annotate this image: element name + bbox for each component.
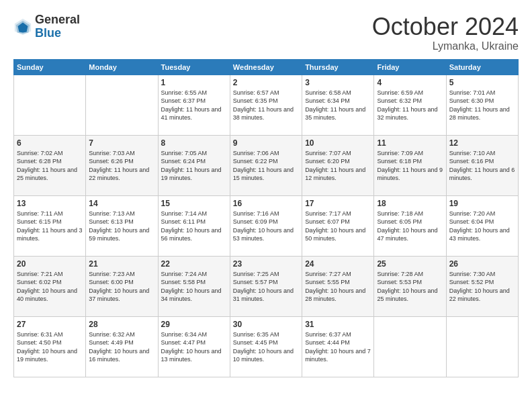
day-info: Sunrise: 7:27 AM Sunset: 5:55 PM Dayligh… — [305, 270, 371, 304]
day-info: Sunrise: 6:37 AM Sunset: 4:44 PM Dayligh… — [305, 330, 371, 364]
day-info: Sunrise: 6:31 AM Sunset: 4:50 PM Dayligh… — [17, 330, 83, 364]
calendar-cell: 3Sunrise: 6:58 AM Sunset: 6:34 PM Daylig… — [302, 75, 374, 135]
calendar-cell: 6Sunrise: 7:02 AM Sunset: 6:28 PM Daylig… — [14, 135, 86, 195]
day-number: 7 — [89, 138, 154, 148]
calendar-cell — [14, 75, 86, 135]
day-number: 28 — [89, 320, 154, 329]
day-info: Sunrise: 6:59 AM Sunset: 6:32 PM Dayligh… — [377, 89, 443, 122]
column-header-thursday: Thursday — [302, 59, 374, 75]
day-info: Sunrise: 7:05 AM Sunset: 6:24 PM Dayligh… — [161, 149, 227, 183]
calendar-cell: 23Sunrise: 7:25 AM Sunset: 5:57 PM Dayli… — [230, 256, 302, 316]
calendar-cell: 11Sunrise: 7:09 AM Sunset: 6:18 PM Dayli… — [374, 135, 446, 195]
day-info: Sunrise: 7:21 AM Sunset: 6:02 PM Dayligh… — [17, 270, 83, 304]
week-row-1: 1Sunrise: 6:55 AM Sunset: 6:37 PM Daylig… — [14, 75, 519, 135]
calendar-cell: 30Sunrise: 6:35 AM Sunset: 4:45 PM Dayli… — [230, 316, 302, 377]
calendar-cell: 21Sunrise: 7:23 AM Sunset: 6:00 PM Dayli… — [86, 256, 158, 316]
day-number: 12 — [449, 138, 515, 148]
day-info: Sunrise: 7:14 AM Sunset: 6:11 PM Dayligh… — [161, 210, 227, 243]
page-header: General Blue October 2024 Lymanka, Ukrai… — [13, 13, 519, 52]
calendar-cell: 5Sunrise: 7:01 AM Sunset: 6:30 PM Daylig… — [446, 75, 518, 135]
calendar-cell: 25Sunrise: 7:28 AM Sunset: 5:53 PM Dayli… — [374, 256, 446, 316]
day-info: Sunrise: 6:55 AM Sunset: 6:37 PM Dayligh… — [161, 89, 227, 122]
day-number: 18 — [377, 199, 443, 208]
day-number: 21 — [89, 259, 154, 269]
column-header-friday: Friday — [374, 59, 446, 75]
day-info: Sunrise: 7:09 AM Sunset: 6:18 PM Dayligh… — [377, 149, 443, 183]
day-info: Sunrise: 7:24 AM Sunset: 5:58 PM Dayligh… — [161, 270, 227, 304]
calendar-cell: 4Sunrise: 6:59 AM Sunset: 6:32 PM Daylig… — [374, 75, 446, 135]
day-number: 4 — [377, 78, 443, 87]
day-info: Sunrise: 7:20 AM Sunset: 6:04 PM Dayligh… — [449, 210, 515, 243]
column-header-tuesday: Tuesday — [158, 59, 230, 75]
day-number: 5 — [449, 78, 515, 87]
day-number: 3 — [305, 78, 371, 87]
day-number: 9 — [233, 138, 299, 148]
calendar-cell: 1Sunrise: 6:55 AM Sunset: 6:37 PM Daylig… — [158, 75, 230, 135]
column-header-wednesday: Wednesday — [230, 59, 302, 75]
calendar-cell: 22Sunrise: 7:24 AM Sunset: 5:58 PM Dayli… — [158, 256, 230, 316]
calendar-cell: 17Sunrise: 7:17 AM Sunset: 6:07 PM Dayli… — [302, 195, 374, 256]
column-header-monday: Monday — [86, 59, 158, 75]
week-row-2: 6Sunrise: 7:02 AM Sunset: 6:28 PM Daylig… — [14, 135, 519, 195]
day-info: Sunrise: 7:03 AM Sunset: 6:26 PM Dayligh… — [89, 149, 154, 183]
calendar-cell: 12Sunrise: 7:10 AM Sunset: 6:16 PM Dayli… — [446, 135, 518, 195]
day-number: 6 — [17, 138, 83, 148]
day-number: 29 — [161, 320, 227, 329]
day-info: Sunrise: 6:34 AM Sunset: 4:47 PM Dayligh… — [161, 330, 227, 364]
location-text: Lymanka, Ukraine — [372, 40, 519, 52]
day-info: Sunrise: 7:25 AM Sunset: 5:57 PM Dayligh… — [233, 270, 299, 304]
day-number: 24 — [305, 259, 371, 269]
week-row-5: 27Sunrise: 6:31 AM Sunset: 4:50 PM Dayli… — [14, 316, 519, 377]
day-number: 10 — [305, 138, 371, 148]
logo: General Blue — [13, 13, 80, 40]
calendar-cell: 15Sunrise: 7:14 AM Sunset: 6:11 PM Dayli… — [158, 195, 230, 256]
calendar-cell: 20Sunrise: 7:21 AM Sunset: 6:02 PM Dayli… — [14, 256, 86, 316]
logo-general-text: General — [35, 13, 80, 27]
calendar-cell — [374, 316, 446, 377]
day-number: 8 — [161, 138, 227, 148]
logo-icon — [13, 17, 32, 36]
day-info: Sunrise: 7:10 AM Sunset: 6:16 PM Dayligh… — [449, 149, 515, 183]
day-number: 23 — [233, 259, 299, 269]
calendar-cell: 13Sunrise: 7:11 AM Sunset: 6:15 PM Dayli… — [14, 195, 86, 256]
week-row-4: 20Sunrise: 7:21 AM Sunset: 6:02 PM Dayli… — [14, 256, 519, 316]
calendar-cell — [86, 75, 158, 135]
day-number: 1 — [161, 78, 227, 87]
calendar-cell: 27Sunrise: 6:31 AM Sunset: 4:50 PM Dayli… — [14, 316, 86, 377]
day-number: 19 — [449, 199, 515, 208]
calendar-cell: 14Sunrise: 7:13 AM Sunset: 6:13 PM Dayli… — [86, 195, 158, 256]
calendar-table: SundayMondayTuesdayWednesdayThursdayFrid… — [13, 59, 519, 377]
calendar-cell: 2Sunrise: 6:57 AM Sunset: 6:35 PM Daylig… — [230, 75, 302, 135]
day-info: Sunrise: 6:35 AM Sunset: 4:45 PM Dayligh… — [233, 330, 299, 364]
day-info: Sunrise: 7:02 AM Sunset: 6:28 PM Dayligh… — [17, 149, 83, 183]
column-header-saturday: Saturday — [446, 59, 518, 75]
day-number: 2 — [233, 78, 299, 87]
day-number: 20 — [17, 259, 83, 269]
day-number: 17 — [305, 199, 371, 208]
calendar-cell: 26Sunrise: 7:30 AM Sunset: 5:52 PM Dayli… — [446, 256, 518, 316]
day-number: 16 — [233, 199, 299, 208]
title-block: October 2024 Lymanka, Ukraine — [372, 13, 519, 52]
day-number: 11 — [377, 138, 443, 148]
day-info: Sunrise: 7:30 AM Sunset: 5:52 PM Dayligh… — [449, 270, 515, 304]
day-info: Sunrise: 6:32 AM Sunset: 4:49 PM Dayligh… — [89, 330, 154, 364]
day-info: Sunrise: 7:13 AM Sunset: 6:13 PM Dayligh… — [89, 210, 154, 243]
calendar-cell: 28Sunrise: 6:32 AM Sunset: 4:49 PM Dayli… — [86, 316, 158, 377]
calendar-cell: 10Sunrise: 7:07 AM Sunset: 6:20 PM Dayli… — [302, 135, 374, 195]
day-info: Sunrise: 6:57 AM Sunset: 6:35 PM Dayligh… — [233, 89, 299, 122]
calendar-cell: 8Sunrise: 7:05 AM Sunset: 6:24 PM Daylig… — [158, 135, 230, 195]
day-number: 13 — [17, 199, 83, 208]
logo-blue-text: Blue — [35, 27, 80, 40]
day-info: Sunrise: 7:23 AM Sunset: 6:00 PM Dayligh… — [89, 270, 154, 304]
day-info: Sunrise: 7:28 AM Sunset: 5:53 PM Dayligh… — [377, 270, 443, 304]
column-header-sunday: Sunday — [14, 59, 86, 75]
day-info: Sunrise: 7:11 AM Sunset: 6:15 PM Dayligh… — [17, 210, 83, 243]
day-info: Sunrise: 7:18 AM Sunset: 6:05 PM Dayligh… — [377, 210, 443, 243]
calendar-cell: 7Sunrise: 7:03 AM Sunset: 6:26 PM Daylig… — [86, 135, 158, 195]
day-number: 22 — [161, 259, 227, 269]
day-number: 30 — [233, 320, 299, 329]
day-info: Sunrise: 7:07 AM Sunset: 6:20 PM Dayligh… — [305, 149, 371, 183]
day-info: Sunrise: 7:06 AM Sunset: 6:22 PM Dayligh… — [233, 149, 299, 183]
day-info: Sunrise: 7:16 AM Sunset: 6:09 PM Dayligh… — [233, 210, 299, 243]
calendar-cell: 18Sunrise: 7:18 AM Sunset: 6:05 PM Dayli… — [374, 195, 446, 256]
